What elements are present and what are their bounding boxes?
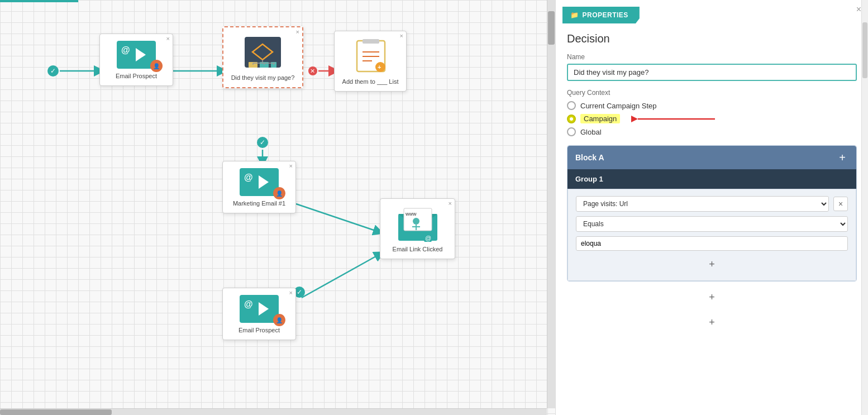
add-list-icon-area: + [335, 31, 406, 78]
radio-label-current: Current Campaign Step [580, 102, 657, 110]
decision-label: Did they visit my page? [223, 74, 302, 87]
condition-field-select[interactable]: Page visits: Url [576, 196, 829, 212]
radio-circle-current[interactable] [567, 101, 576, 110]
svg-text:✕: ✕ [310, 68, 315, 74]
radio-group: Current Campaign Step Campaign [567, 101, 857, 136]
email-prospect-1-label: Email Prospect [100, 72, 173, 85]
panel-close-button[interactable]: × [856, 4, 861, 15]
svg-text:✓: ✓ [297, 288, 302, 296]
email-link-label: Email Link Clicked [380, 245, 455, 259]
block-a-add-button[interactable]: + [836, 151, 848, 164]
radio-campaign[interactable]: Campaign [567, 114, 857, 123]
group-1-header: Group 1 [567, 169, 856, 189]
panel-scrollbar[interactable] [861, 0, 868, 415]
svg-point-0 [47, 65, 59, 77]
red-arrow-annotation [631, 113, 721, 125]
email-prospect-1-icon-area: 👤 [100, 34, 173, 72]
email-arrow-3 [259, 302, 269, 316]
email-arrow-2 [259, 175, 269, 189]
email-prospect-2-icon-area: 👤 [223, 288, 295, 326]
svg-point-7 [257, 137, 268, 148]
properties-header-label: PROPERTIES [583, 11, 628, 19]
progress-bar [0, 0, 78, 2]
marketing-email-node[interactable]: × 👤 Marketing Email #1 [222, 161, 296, 213]
decision-node[interactable]: × Did they visit my page? [222, 26, 303, 88]
svg-rect-25 [363, 39, 379, 44]
list-svg-icon: + [352, 38, 389, 74]
properties-panel: × 📁 PROPERTIES Decision Name Query Conte… [555, 0, 868, 415]
avatar-3: 👤 [273, 314, 285, 326]
marketing-email-label: Marketing Email #1 [223, 199, 295, 213]
block-a-title: Block A [575, 153, 604, 162]
add-condition-button[interactable]: + [705, 255, 718, 274]
panel-scrollbar-thumb[interactable] [862, 22, 867, 78]
decision-close[interactable]: × [296, 28, 299, 35]
canvas-scrollbar-v[interactable] [547, 0, 555, 408]
radio-label-global: Global [580, 128, 602, 136]
marketing-email-icon-area: 👤 [223, 161, 295, 199]
avatar-2: 👤 [273, 187, 285, 199]
block-a-header: Block A + [567, 146, 856, 169]
svg-point-4 [308, 66, 317, 75]
radio-current-campaign[interactable]: Current Campaign Step [567, 101, 857, 110]
condition-value-input[interactable] [576, 236, 848, 251]
decision-title: Decision [567, 32, 857, 45]
properties-content: Decision Name Query Context Current Camp… [556, 23, 868, 415]
add-block-row: + [567, 312, 857, 333]
condition-operator-select[interactable]: Equals [576, 216, 848, 232]
email-link-node[interactable]: × www @ Email Link Clicked [380, 198, 455, 259]
svg-text:www: www [405, 211, 417, 217]
svg-text:✓: ✓ [50, 67, 56, 75]
name-input[interactable] [567, 64, 857, 81]
add-group-button[interactable]: + [704, 287, 719, 308]
folder-icon: 📁 [570, 11, 579, 19]
radio-circle-campaign[interactable] [567, 115, 576, 123]
email-arrow-1 [136, 48, 146, 61]
condition-field-row: Page visits: Url × [576, 196, 848, 212]
workflow-canvas[interactable]: ✓ ✕ ✓ ✓ × [0, 0, 555, 415]
email-prospect-2-node[interactable]: × 👤 Email Prospect [222, 288, 296, 340]
svg-text:@: @ [425, 235, 431, 241]
properties-header: 📁 PROPERTIES [562, 7, 640, 23]
add-list-node[interactable]: × + Add them to ___ List [334, 31, 407, 92]
avatar-1: 👤 [150, 60, 163, 72]
decision-svg-icon [242, 34, 284, 70]
svg-point-35 [413, 218, 419, 225]
canvas-scrollbar-h[interactable] [0, 408, 547, 415]
condition-remove-button[interactable]: × [833, 197, 848, 211]
add-list-label: Add them to ___ List [335, 78, 406, 91]
condition-operator-row: Equals [576, 216, 848, 232]
decision-icon-area [223, 27, 302, 74]
query-context-label: Query Context [567, 89, 857, 97]
radio-global[interactable]: Global [567, 127, 857, 136]
radio-circle-global[interactable] [567, 127, 576, 136]
scrollbar-h-thumb[interactable] [0, 409, 112, 415]
scrollbar-v-thumb[interactable] [548, 11, 555, 45]
radio-label-campaign: Campaign [580, 114, 620, 123]
add-group-row: + [567, 287, 857, 308]
email-link-icon-area: www @ [380, 199, 455, 245]
add-condition-row: + [576, 255, 848, 274]
svg-line-13 [302, 254, 380, 298]
condition-area: Page visits: Url × Equals + [567, 189, 856, 281]
email-prospect-1-node[interactable]: × 👤 Email Prospect [99, 34, 173, 86]
group-1-title: Group 1 [575, 175, 603, 183]
svg-text:+: + [378, 64, 381, 70]
svg-line-10 [296, 204, 379, 232]
email-link-svg-icon: www @ [395, 206, 440, 242]
add-block-button[interactable]: + [704, 312, 719, 333]
email-prospect-2-label: Email Prospect [223, 326, 295, 340]
block-a-container: Block A + Group 1 Page visits: Url × [567, 145, 857, 282]
svg-text:✓: ✓ [260, 139, 265, 146]
name-label: Name [567, 53, 857, 61]
